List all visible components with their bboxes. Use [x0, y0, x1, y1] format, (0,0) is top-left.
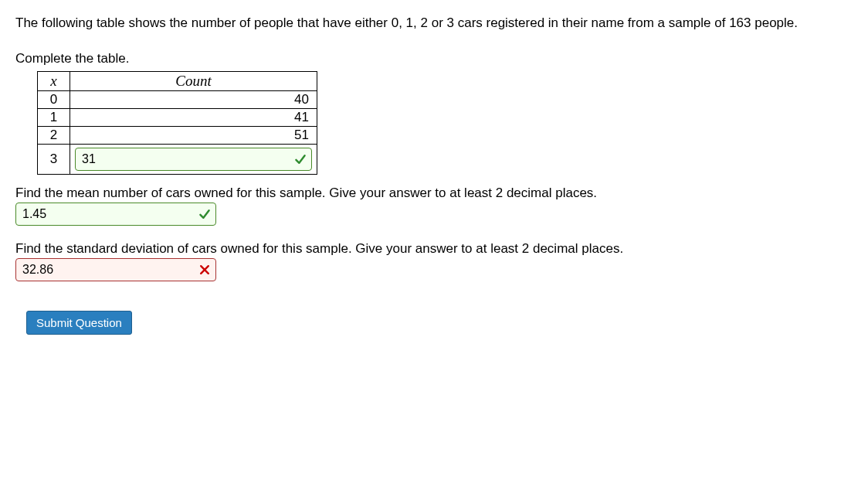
submit-button[interactable]: Submit Question: [26, 311, 132, 335]
data-table: x Count 0 40 1 41 2 51 3 31: [37, 71, 317, 175]
count-input[interactable]: 31: [75, 148, 312, 171]
check-icon: [294, 153, 307, 165]
table-row: 0 40: [38, 90, 317, 108]
cross-icon: [198, 264, 211, 276]
check-icon: [198, 208, 211, 220]
cell-x: 2: [38, 126, 70, 144]
data-table-wrap: x Count 0 40 1 41 2 51 3 31: [37, 71, 853, 175]
mean-question: Find the mean number of cars owned for t…: [15, 186, 853, 201]
table-row-input: 3 31: [38, 144, 317, 174]
mean-input[interactable]: 1.45: [15, 203, 216, 226]
cell-count: 41: [70, 108, 317, 126]
cell-x: 1: [38, 108, 70, 126]
cell-count: 51: [70, 126, 317, 144]
cell-x: 0: [38, 90, 70, 108]
table-row: 2 51: [38, 126, 317, 144]
sd-input-value: 32.86: [22, 263, 194, 277]
mean-input-value: 1.45: [22, 207, 194, 221]
cell-count: 40: [70, 90, 317, 108]
table-row: 1 41: [38, 108, 317, 126]
problem-intro: The following table shows the number of …: [15, 14, 853, 32]
table-header-count: Count: [70, 71, 317, 90]
table-header-x: x: [38, 71, 70, 90]
cell-x: 3: [38, 144, 70, 174]
sd-question: Find the standard deviation of cars owne…: [15, 241, 853, 257]
sd-input[interactable]: 32.86: [15, 258, 216, 281]
complete-table-label: Complete the table.: [15, 51, 853, 66]
count-input-value: 31: [82, 152, 290, 166]
